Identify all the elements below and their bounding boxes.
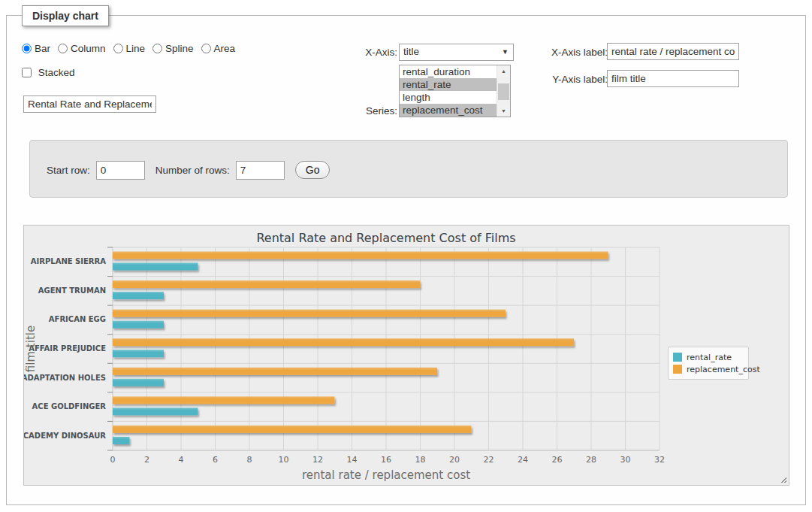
x-tick-label: 2: [144, 455, 149, 465]
x-axis-title: rental rate / replacement cost: [302, 468, 470, 482]
y-axis-label-caption: Y-Axis label:: [544, 74, 608, 85]
chart-type-label: Line: [126, 43, 146, 54]
page: Display chart BarColumnLineSplineArea St…: [0, 0, 812, 512]
chart-title-input[interactable]: [23, 95, 156, 113]
series-option-rental_duration[interactable]: rental_duration: [400, 65, 497, 78]
bar-rental_rate: [113, 437, 130, 444]
bar-rental_rate: [113, 379, 164, 386]
category-label: AIRPLANE SIERRA: [31, 257, 106, 265]
bar-rental_rate: [113, 407, 198, 415]
x-tick-label: 28: [586, 455, 596, 465]
bar-replacement_cost: [113, 310, 506, 317]
series-option-rental_rate[interactable]: rental_rate: [400, 78, 497, 91]
series-list-label: Series:: [337, 105, 397, 117]
row-range-controls: Start row: Number of rows: Go: [47, 160, 330, 180]
chart-type-option-spline: Spline: [152, 43, 194, 54]
legend-swatch-rental-rate: [673, 353, 682, 362]
x-tick-label: 16: [381, 455, 391, 465]
bar-rental_rate: [113, 292, 164, 299]
chart-type-radio-spline[interactable]: [152, 44, 162, 53]
x-tick-label: 20: [449, 455, 460, 465]
chart-title: Rental Rate and Replacement Cost of Film…: [256, 231, 515, 245]
category-label: AGENT TRUMAN: [38, 286, 106, 295]
x-axis-selected-value: title: [403, 46, 419, 57]
series-scrollbar[interactable]: ▲ ▼: [497, 65, 510, 117]
chart-type-radio-line[interactable]: [113, 44, 123, 53]
chart-type-radio-bar[interactable]: [22, 44, 32, 53]
num-rows-label: Number of rows:: [155, 165, 230, 176]
bar-rental_rate: [113, 350, 164, 357]
start-row-label: Start row:: [47, 165, 90, 176]
chart-type-option-area: Area: [201, 43, 236, 54]
x-tick-label: 8: [247, 455, 252, 465]
category-label: ACE GOLDFINGER: [32, 402, 107, 411]
bar-replacement_cost: [113, 426, 472, 433]
chart-type-label: Area: [214, 43, 236, 54]
bar-replacement_cost: [113, 252, 608, 259]
bar-replacement_cost: [113, 338, 574, 346]
fieldset-legend: Display chart: [22, 5, 109, 26]
chart-legend: rental_rate replacement_cost: [668, 347, 749, 380]
x-tick-label: 24: [518, 455, 528, 465]
display-chart-fieldset: Display chart BarColumnLineSplineArea St…: [6, 15, 806, 505]
category-label: AFFAIR PREJUDICE: [29, 344, 106, 353]
series-option-replacement_cost[interactable]: replacement_cost: [400, 104, 497, 117]
chevron-down-icon: ▼: [502, 48, 509, 56]
x-tick-label: 18: [415, 455, 426, 465]
chart-panel: 02468101214161820222426283032AIRPLANE SI…: [23, 225, 789, 486]
y-axis-label-input[interactable]: [607, 70, 739, 87]
num-rows-input[interactable]: [236, 161, 285, 180]
row-range-panel: Start row: Number of rows: Go: [29, 140, 788, 198]
chart-type-option-line: Line: [113, 43, 146, 54]
x-axis-select[interactable]: title ▼: [399, 44, 514, 61]
legend-entry-rental-rate[interactable]: rental_rate: [673, 351, 744, 363]
legend-label: rental_rate: [687, 353, 732, 362]
scroll-up-icon[interactable]: ▲: [497, 65, 510, 77]
category-label: ACADEMY DINOSAUR: [24, 432, 106, 440]
y-axis-title: film title: [24, 326, 38, 372]
scroll-down-icon[interactable]: ▼: [497, 105, 510, 117]
category-label: ADAPTATION HOLES: [24, 374, 106, 382]
x-tick-label: 4: [179, 455, 184, 465]
chart-type-radio-column[interactable]: [58, 44, 68, 53]
stacked-row: Stacked: [22, 67, 75, 78]
x-tick-label: 14: [347, 455, 358, 465]
x-tick-label: 6: [213, 455, 218, 465]
x-axis-label-input[interactable]: [607, 43, 739, 60]
chart-type-label: Spline: [165, 43, 194, 54]
bar-rental_rate: [113, 263, 198, 271]
series-listbox-options: rental_durationrental_ratelengthreplacem…: [400, 65, 497, 117]
stacked-label: Stacked: [38, 67, 75, 78]
scrollbar-thumb[interactable]: [498, 83, 509, 100]
chart-type-option-bar: Bar: [22, 43, 50, 54]
chart-type-option-column: Column: [58, 43, 106, 54]
x-axis-select-label: X-Axis:: [337, 47, 397, 58]
legend-swatch-replacement-cost: [673, 365, 682, 374]
x-tick-label: 26: [552, 455, 563, 465]
category-label: AFRICAN EGG: [49, 315, 106, 323]
legend-label: replacement_cost: [687, 365, 760, 374]
bar-replacement_cost: [113, 396, 335, 404]
go-button[interactable]: Go: [295, 161, 331, 179]
series-listbox[interactable]: rental_durationrental_ratelengthreplacem…: [399, 65, 511, 117]
chart-type-label: Bar: [35, 43, 50, 54]
x-tick-label: 32: [654, 455, 665, 465]
start-row-input[interactable]: [96, 161, 145, 180]
x-tick-label: 0: [110, 455, 116, 465]
x-tick-label: 22: [484, 455, 494, 465]
x-axis-label-caption: X-Axis label:: [544, 47, 608, 58]
x-tick-label: 30: [620, 455, 631, 465]
x-tick-label: 12: [312, 455, 323, 465]
chart-type-group: BarColumnLineSplineArea: [22, 43, 243, 54]
bar-replacement_cost: [113, 368, 437, 375]
chart-type-label: Column: [71, 43, 106, 54]
bar-rental_rate: [113, 321, 164, 329]
series-option-length[interactable]: length: [400, 91, 497, 104]
chart-type-radio-area[interactable]: [201, 44, 211, 53]
stacked-checkbox[interactable]: [22, 68, 32, 77]
bar-replacement_cost: [113, 280, 420, 288]
legend-entry-replacement-cost[interactable]: replacement_cost: [673, 363, 744, 375]
x-tick-label: 10: [279, 455, 289, 465]
